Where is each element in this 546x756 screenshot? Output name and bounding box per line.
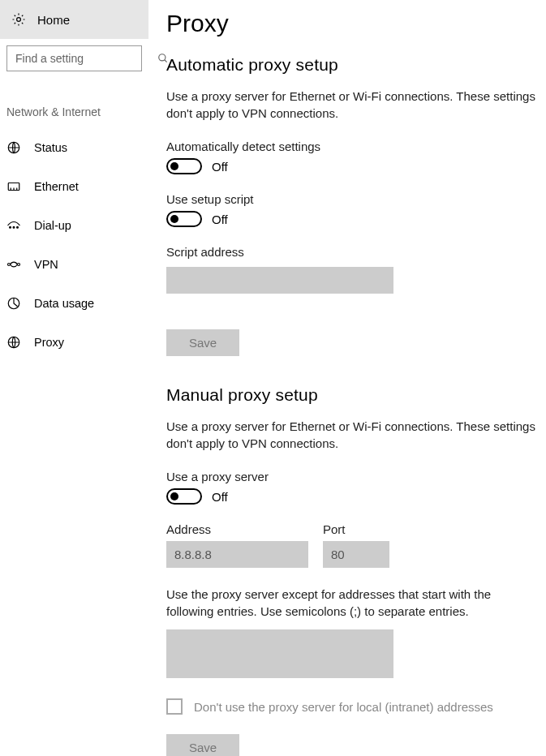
sidebar-home-label: Home — [37, 13, 70, 27]
svg-point-0 — [17, 18, 21, 22]
ethernet-icon — [6, 179, 21, 194]
main-content: Proxy Automatic proxy setup Use a proxy … — [148, 0, 546, 756]
use-proxy-toggle[interactable] — [166, 488, 202, 505]
sidebar-home[interactable]: Home — [0, 0, 148, 39]
exceptions-desc: Use the proxy server except for addresse… — [166, 586, 541, 620]
sidebar-item-ethernet[interactable]: Ethernet — [0, 167, 148, 206]
use-proxy-state: Off — [212, 490, 228, 504]
page-title: Proxy — [166, 10, 541, 37]
sidebar-item-vpn[interactable]: VPN — [0, 245, 148, 284]
status-icon — [6, 140, 21, 155]
sidebar-item-label: Proxy — [34, 336, 64, 349]
bypass-local-checkbox[interactable] — [166, 698, 183, 715]
sidebar-item-label: VPN — [34, 258, 58, 271]
svg-point-9 — [13, 226, 15, 228]
auto-detect-label: Automatically detect settings — [166, 140, 541, 153]
sidebar-item-label: Ethernet — [34, 180, 79, 193]
section-manual-desc: Use a proxy server for Ethernet or Wi-Fi… — [166, 418, 541, 452]
sidebar-category-label: Network & Internet — [0, 71, 148, 128]
bypass-local-label: Don't use the proxy server for local (in… — [194, 700, 493, 714]
dialup-icon — [6, 218, 21, 233]
search-input[interactable] — [15, 52, 157, 65]
section-auto-desc: Use a proxy server for Ethernet or Wi-Fi… — [166, 88, 541, 122]
auto-save-button[interactable]: Save — [166, 329, 239, 356]
port-input[interactable] — [323, 541, 389, 568]
exceptions-input[interactable] — [166, 629, 393, 678]
sidebar-item-label: Data usage — [34, 297, 94, 310]
sidebar-item-datausage[interactable]: Data usage — [0, 284, 148, 323]
manual-save-button[interactable]: Save — [166, 734, 239, 756]
datausage-icon — [6, 296, 21, 311]
vpn-icon — [6, 257, 21, 272]
use-proxy-label: Use a proxy server — [166, 470, 541, 483]
section-auto-title: Automatic proxy setup — [166, 55, 541, 75]
svg-point-11 — [8, 264, 11, 266]
sidebar: Home Network & Internet Status — [0, 0, 148, 756]
address-label: Address — [166, 522, 308, 536]
sidebar-item-status[interactable]: Status — [0, 128, 148, 167]
use-script-state: Off — [212, 213, 228, 226]
sidebar-item-label: Dial-up — [34, 219, 71, 232]
script-address-input[interactable] — [166, 267, 393, 294]
sidebar-item-label: Status — [34, 141, 67, 154]
svg-point-8 — [10, 226, 11, 228]
search-box[interactable] — [6, 45, 142, 71]
auto-detect-state: Off — [212, 160, 228, 174]
gear-icon — [11, 12, 26, 27]
sidebar-item-dialup[interactable]: Dial-up — [0, 206, 148, 245]
script-address-label: Script address — [166, 245, 541, 259]
search-row — [0, 39, 148, 71]
port-label: Port — [323, 522, 389, 536]
sidebar-item-proxy[interactable]: Proxy — [0, 323, 148, 362]
svg-point-12 — [18, 264, 20, 266]
proxy-icon — [6, 335, 21, 350]
svg-point-10 — [17, 226, 19, 228]
use-script-label: Use setup script — [166, 192, 541, 206]
address-input[interactable] — [166, 541, 308, 568]
section-manual-title: Manual proxy setup — [166, 385, 541, 405]
use-script-toggle[interactable] — [166, 211, 202, 227]
auto-detect-toggle[interactable] — [166, 158, 202, 174]
